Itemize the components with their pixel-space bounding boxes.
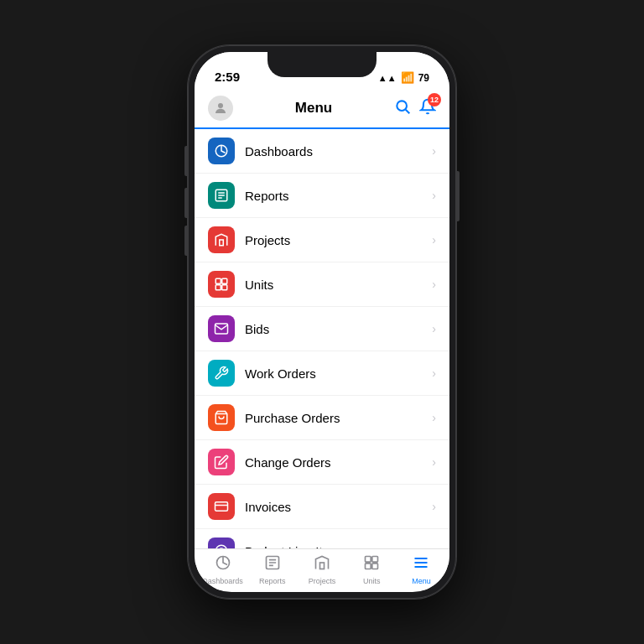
page-title: Menu (295, 100, 332, 117)
chevron-icon: › (432, 189, 436, 202)
svg-line-2 (406, 109, 410, 113)
svg-rect-11 (222, 278, 227, 283)
menu-icon-budget-line (208, 538, 235, 548)
menu-label-change-orders: Change Orders (245, 455, 432, 470)
menu-label-budget-line: Budget Line Items (245, 544, 432, 549)
menu-icon-invoices (208, 493, 235, 520)
svg-rect-31 (320, 563, 325, 569)
svg-rect-34 (366, 564, 371, 569)
menu-item-invoices[interactable]: Invoices › (195, 485, 449, 529)
chevron-icon: › (432, 455, 436, 469)
menu-item-reports[interactable]: Reports › (195, 174, 449, 218)
tab-label-units: Units (363, 577, 381, 585)
svg-rect-12 (216, 285, 221, 290)
signal-icon: ▲▲ (378, 73, 397, 83)
menu-list: Dashboards › Reports › Projects › Units … (195, 129, 449, 548)
wifi-icon: 📶 (401, 71, 414, 84)
tab-icon-dashboards (215, 554, 231, 575)
tab-reports[interactable]: Reports (247, 554, 297, 585)
notch (267, 52, 377, 77)
menu-label-invoices: Invoices (245, 500, 432, 514)
tab-label-projects: Projects (309, 577, 336, 585)
tab-bar: Dashboards Reports Projects Units Menu (195, 548, 449, 590)
phone-frame: 2:59 ▲▲ 📶 79 Menu 12 (188, 45, 456, 599)
search-icon[interactable] (394, 98, 411, 119)
tab-icon-projects (314, 554, 330, 575)
chevron-icon: › (432, 322, 436, 335)
chevron-icon: › (432, 278, 436, 291)
menu-label-work-orders: Work Orders (245, 366, 432, 381)
svg-rect-8 (220, 240, 224, 246)
menu-icon-units (208, 271, 235, 298)
svg-rect-15 (216, 502, 228, 512)
svg-rect-32 (366, 557, 371, 563)
tab-units[interactable]: Units (347, 554, 397, 585)
menu-icon-dashboards (208, 138, 235, 164)
chevron-icon: › (432, 366, 436, 380)
svg-point-1 (397, 101, 407, 111)
tab-icon-reports (264, 554, 281, 575)
menu-item-work-orders[interactable]: Work Orders › (195, 351, 449, 396)
menu-item-purchase-orders[interactable]: Purchase Orders › (195, 396, 449, 440)
menu-icon-work-orders (208, 360, 235, 387)
chevron-icon: › (432, 233, 436, 247)
notification-badge: 12 (428, 93, 441, 106)
tab-projects[interactable]: Projects (297, 554, 346, 585)
tab-icon-menu (413, 554, 429, 575)
menu-label-units: Units (245, 278, 432, 292)
svg-point-0 (218, 103, 223, 108)
menu-item-projects[interactable]: Projects › (195, 218, 449, 262)
tab-label-menu: Menu (412, 577, 431, 585)
tab-menu[interactable]: Menu (397, 554, 446, 585)
chevron-icon: › (432, 500, 436, 513)
notifications-button[interactable]: 12 (419, 98, 436, 119)
tab-label-reports: Reports (259, 577, 286, 585)
avatar[interactable] (208, 96, 233, 121)
svg-rect-13 (222, 285, 227, 290)
menu-icon-bids (208, 315, 235, 342)
status-icons: ▲▲ 📶 79 (378, 71, 429, 84)
menu-label-reports: Reports (245, 189, 432, 203)
svg-rect-35 (372, 564, 378, 569)
status-time: 2:59 (215, 70, 240, 84)
svg-rect-33 (372, 557, 378, 563)
chevron-icon: › (432, 144, 436, 158)
menu-icon-change-orders (208, 449, 235, 475)
tab-dashboards[interactable]: Dashboards (198, 554, 247, 585)
menu-icon-projects (208, 226, 235, 253)
tab-label-dashboards: Dashboards (202, 577, 243, 585)
menu-item-dashboards[interactable]: Dashboards › (195, 129, 449, 174)
battery-level: 79 (418, 72, 429, 84)
menu-item-units[interactable]: Units › (195, 262, 449, 307)
header-actions: 12 (394, 98, 436, 119)
chevron-icon: › (432, 411, 436, 424)
menu-item-change-orders[interactable]: Change Orders › (195, 440, 449, 485)
menu-icon-purchase-orders (208, 404, 235, 431)
menu-icon-reports (208, 182, 235, 209)
menu-label-dashboards: Dashboards (245, 144, 432, 158)
menu-item-budget-line[interactable]: Budget Line Items › (195, 529, 449, 548)
menu-label-bids: Bids (245, 322, 432, 336)
tab-icon-units (363, 554, 380, 575)
menu-label-projects: Projects (245, 233, 432, 247)
menu-label-purchase-orders: Purchase Orders (245, 411, 432, 425)
chevron-icon: › (432, 544, 436, 548)
app-header: Menu 12 (195, 89, 449, 129)
menu-item-bids[interactable]: Bids › (195, 307, 449, 351)
svg-rect-10 (216, 278, 221, 283)
phone-screen: 2:59 ▲▲ 📶 79 Menu 12 (195, 52, 449, 592)
